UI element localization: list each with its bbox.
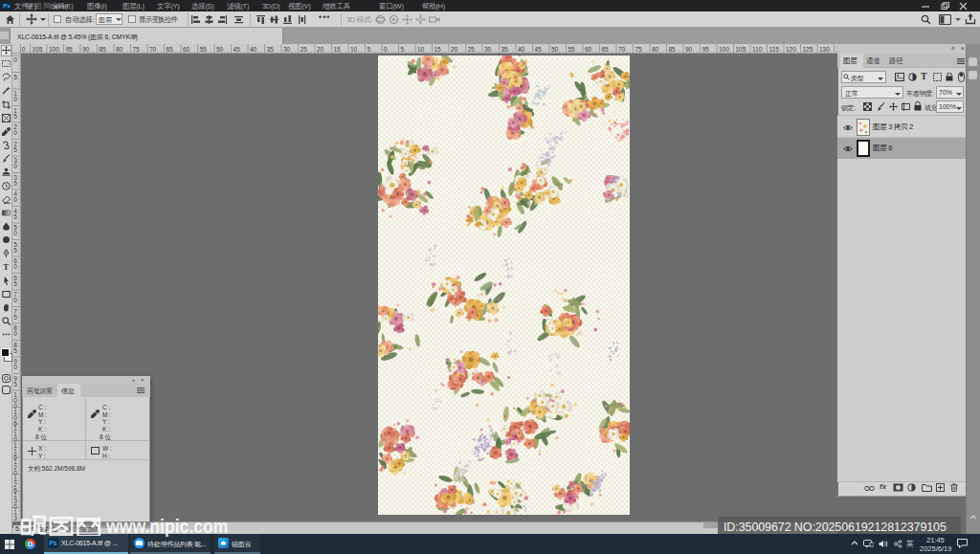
svg-text:10: 10	[417, 46, 425, 53]
svg-text:75: 75	[635, 46, 643, 53]
svg-text:90: 90	[685, 46, 693, 53]
svg-text:5: 5	[13, 113, 17, 120]
svg-text:85: 85	[100, 46, 107, 53]
svg-text:40: 40	[250, 46, 257, 53]
svg-text:5: 5	[13, 74, 17, 80]
svg-text:T: T	[3, 262, 9, 271]
svg-text:85: 85	[669, 46, 677, 53]
svg-text:40: 40	[518, 46, 525, 53]
svg-text:0: 0	[13, 196, 17, 203]
svg-text:0: 0	[13, 263, 17, 270]
svg-text:35: 35	[501, 46, 509, 53]
svg-text:0: 0	[13, 230, 17, 236]
svg-text:20: 20	[451, 46, 458, 53]
svg-text:15: 15	[334, 46, 342, 53]
svg-text:30: 30	[283, 46, 291, 53]
svg-text:95: 95	[66, 46, 74, 53]
svg-text:95: 95	[702, 46, 710, 53]
svg-text:0: 0	[13, 330, 17, 337]
svg-text:45: 45	[535, 46, 543, 53]
svg-text:70: 70	[618, 46, 626, 53]
svg-text:90: 90	[82, 46, 90, 53]
svg-text:5: 5	[13, 180, 17, 187]
svg-text:65: 65	[167, 46, 174, 53]
svg-text:5: 5	[13, 146, 17, 153]
svg-text:25: 25	[468, 46, 476, 53]
svg-text:80: 80	[116, 46, 123, 53]
svg-text:60: 60	[585, 46, 592, 53]
svg-text:30: 30	[484, 46, 492, 53]
svg-text:5: 5	[401, 46, 405, 53]
svg-text:20: 20	[317, 46, 324, 53]
svg-text:5: 5	[13, 347, 17, 354]
svg-text:5: 5	[13, 314, 17, 321]
svg-text:80: 80	[652, 46, 659, 53]
svg-text:60: 60	[183, 46, 190, 53]
svg-text:35: 35	[267, 46, 275, 53]
svg-text:5: 5	[13, 381, 17, 388]
svg-text:70: 70	[149, 46, 157, 53]
svg-text:10: 10	[350, 46, 358, 53]
svg-text:55: 55	[200, 46, 208, 53]
svg-text:0: 0	[13, 163, 17, 169]
svg-text:55: 55	[568, 46, 576, 53]
svg-text:45: 45	[234, 46, 241, 53]
svg-text:15: 15	[434, 46, 442, 53]
svg-text:5: 5	[13, 521, 17, 522]
svg-text:5: 5	[13, 213, 17, 220]
svg-text:0: 0	[13, 297, 17, 303]
svg-text:0: 0	[13, 129, 17, 136]
svg-text:5: 5	[368, 46, 371, 53]
svg-text:65: 65	[602, 46, 610, 53]
svg-text:50: 50	[216, 46, 224, 53]
svg-text:50: 50	[551, 46, 559, 53]
svg-text:75: 75	[133, 46, 141, 53]
svg-text:0: 0	[13, 56, 17, 63]
svg-text:25: 25	[301, 46, 308, 53]
svg-text:0: 0	[384, 46, 388, 53]
svg-text:5: 5	[13, 280, 17, 287]
svg-text:0: 0	[13, 364, 17, 370]
svg-text:5: 5	[13, 247, 17, 254]
svg-text:0: 0	[13, 96, 17, 102]
